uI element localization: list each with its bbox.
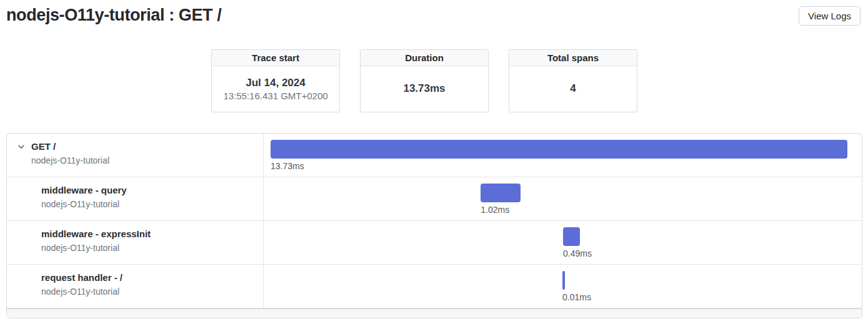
view-logs-button[interactable]: View Logs [799, 6, 861, 26]
span-row[interactable]: request handler - / nodejs-O11y-tutorial… [7, 265, 862, 308]
card-title: Trace start [212, 50, 339, 66]
trace-start-time: 13:55:16.431 GMT+0200 [212, 91, 339, 101]
span-timeline-cell: 0.01ms [264, 265, 862, 308]
scrollbar-track[interactable] [7, 308, 862, 318]
span-name-cell: request handler - / nodejs-O11y-tutorial [7, 265, 264, 308]
span-service-name: nodejs-O11y-tutorial [31, 154, 109, 167]
span-duration-label: 1.02ms [481, 205, 509, 215]
span-duration-bar[interactable] [563, 227, 580, 246]
span-duration-label: 13.73ms [271, 161, 304, 171]
duration-value: 13.73ms [361, 82, 488, 95]
span-name: request handler - / [41, 271, 122, 285]
page-header: nodejs-O11y-tutorial : GET / View Logs [0, 0, 868, 26]
span-service-name: nodejs-O11y-tutorial [41, 242, 151, 255]
trace-start-card: Trace start Jul 14, 2024 13:55:16.431 GM… [211, 49, 340, 112]
span-name-cell: GET / nodejs-O11y-tutorial [7, 134, 264, 177]
span-name: middleware - expressInit [41, 227, 151, 241]
span-name-cell: middleware - query nodejs-O11y-tutorial [7, 177, 264, 220]
span-timeline-cell: 1.02ms [264, 177, 862, 220]
span-name: GET / [31, 140, 109, 154]
span-row[interactable]: GET / nodejs-O11y-tutorial 13.73ms [7, 134, 862, 177]
card-title: Duration [361, 50, 488, 66]
span-timeline-cell: 0.49ms [264, 221, 862, 264]
span-duration-bar[interactable] [481, 184, 521, 202]
span-row[interactable]: middleware - expressInit nodejs-O11y-tut… [7, 221, 862, 265]
span-service-name: nodejs-O11y-tutorial [41, 198, 127, 211]
span-duration-label: 0.01ms [562, 292, 591, 302]
span-timeline-cell: 13.73ms [264, 134, 862, 177]
span-duration-label: 0.49ms [563, 248, 592, 258]
span-name-cell: middleware - expressInit nodejs-O11y-tut… [7, 221, 264, 264]
trace-waterfall-panel: GET / nodejs-O11y-tutorial 13.73ms middl… [6, 133, 862, 318]
span-duration-bar[interactable] [271, 140, 847, 159]
span-row[interactable]: middleware - query nodejs-O11y-tutorial … [7, 177, 862, 221]
chevron-down-icon[interactable] [17, 142, 26, 151]
span-service-name: nodejs-O11y-tutorial [41, 285, 122, 298]
card-title: Total spans [509, 50, 637, 66]
total-spans-card: Total spans 4 [509, 49, 637, 112]
trace-summary-cards: Trace start Jul 14, 2024 13:55:16.431 GM… [211, 49, 868, 112]
page-title: nodejs-O11y-tutorial : GET / [6, 4, 861, 26]
span-name: middleware - query [41, 184, 127, 197]
total-spans-value: 4 [509, 82, 637, 95]
trace-start-date: Jul 14, 2024 [212, 77, 339, 89]
duration-card: Duration 13.73ms [360, 49, 489, 112]
span-duration-bar[interactable] [562, 271, 565, 290]
